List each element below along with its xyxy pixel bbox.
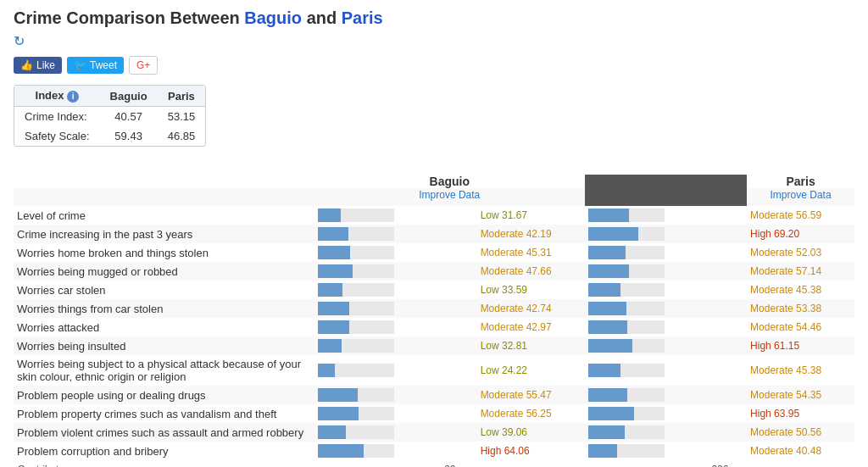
paris-val-cell: Moderate 40.48 — [747, 442, 854, 460]
paris-bar-cell — [585, 243, 748, 262]
paris-bar-wrap — [588, 444, 665, 458]
paris-bar-cell — [585, 225, 748, 243]
paris-val-cell: High 61.15 — [747, 336, 854, 355]
paris-level-val: Moderate 45.38 — [750, 284, 821, 296]
facebook-like-button[interactable]: 👍 Like — [14, 57, 62, 74]
empty-subheader — [14, 188, 314, 206]
baguio-val-cell: Low 32.81 — [477, 336, 585, 355]
row-label: Problem people using or dealing drugs — [14, 386, 314, 404]
baguio-val-cell: Moderate 42.74 — [477, 299, 585, 318]
info-icon[interactable]: i — [67, 91, 79, 103]
baguio-val-cell: Low 39.06 — [477, 423, 585, 442]
paris-bar-cell — [585, 386, 748, 404]
paris-level-val: Moderate 56.59 — [750, 209, 821, 221]
row-label: Worries attacked — [14, 318, 314, 336]
index-label: Safety Scale: — [14, 126, 100, 146]
row-label: Worries being insulted — [14, 336, 314, 355]
paris-bar-cell — [585, 299, 748, 318]
like-label: Like — [36, 59, 55, 71]
paris-level-val: Moderate 54.35 — [750, 389, 821, 401]
paris-bar-wrap — [588, 246, 665, 259]
paris-bar-cell — [585, 355, 748, 386]
paris-bar-fill — [588, 364, 620, 377]
fb-thumb-icon: 👍 — [20, 59, 33, 71]
empty-header — [14, 175, 314, 188]
paris-level-val: Moderate 45.38 — [750, 364, 821, 376]
baguio-bar-fill — [318, 227, 348, 241]
baguio-val-cell: Moderate 55.47 — [477, 386, 585, 404]
twitter-icon: 🐦 — [74, 59, 86, 71]
paris-bar-fill — [588, 302, 626, 315]
baguio-bar-wrap — [318, 388, 394, 402]
baguio-level-val: Moderate 42.19 — [481, 228, 552, 240]
paris-bar-fill — [588, 339, 632, 353]
baguio-bar-wrap — [318, 302, 394, 315]
col-baguio: Baguio — [100, 86, 158, 107]
baguio-bar-fill — [318, 283, 342, 297]
baguio-val-cell: Moderate 47.66 — [477, 262, 585, 281]
paris-level-val: Moderate 52.03 — [750, 247, 821, 259]
baguio-bar-fill — [318, 208, 341, 222]
baguio-value: 40.57 — [100, 107, 158, 127]
paris-bar-cell — [585, 206, 748, 225]
city1-label: Baguio — [244, 8, 302, 27]
baguio-bar-fill — [318, 364, 335, 377]
refresh-button[interactable]: ↻ — [14, 33, 25, 49]
paris-val-cell: Moderate 45.38 — [747, 355, 854, 386]
paris-bar-fill — [588, 283, 620, 297]
baguio-improve-link: Improve Data — [314, 188, 584, 206]
baguio-level-val: Low 24.22 — [481, 364, 527, 376]
baguio-bar-cell — [314, 442, 477, 460]
paris-val-cell: Moderate 57.14 — [747, 262, 854, 281]
row-label: Worries car stolen — [14, 281, 314, 299]
row-label: Worries things from car stolen — [14, 299, 314, 318]
row-label: Problem violent crimes such as assault a… — [14, 423, 314, 442]
paris-bar-wrap — [588, 227, 665, 241]
baguio-bar-fill — [318, 407, 359, 420]
paris-level-val: Moderate 57.14 — [750, 265, 821, 277]
baguio-bar-fill — [318, 339, 342, 353]
paris-bar-cell — [585, 336, 748, 355]
row-label: Level of crime — [14, 206, 314, 225]
baguio-bar-cell — [314, 299, 477, 318]
paris-val-cell: Moderate 54.46 — [747, 318, 854, 336]
baguio-bar-fill — [318, 320, 349, 334]
baguio-bar-wrap — [318, 227, 394, 241]
paris-level-val: Moderate 40.48 — [750, 445, 821, 457]
paris-val-cell: Moderate 45.38 — [747, 281, 854, 299]
baguio-bar-cell — [314, 243, 477, 262]
twitter-tweet-button[interactable]: 🐦 Tweet — [67, 57, 124, 74]
paris-val-cell: Moderate 50.56 — [747, 423, 854, 442]
paris-bar-fill — [588, 320, 627, 334]
baguio-val-cell: Moderate 42.19 — [477, 225, 585, 243]
paris-val-cell: High 63.95 — [747, 404, 854, 423]
baguio-level-val: Low 31.67 — [481, 209, 527, 221]
col-index: Index i — [14, 86, 100, 107]
baguio-header: Baguio — [314, 175, 584, 188]
paris-val-cell: Moderate 52.03 — [747, 243, 854, 262]
paris-bar-cell — [585, 442, 748, 460]
paris-bar-cell — [585, 423, 748, 442]
paris-bar-fill — [588, 444, 617, 458]
baguio-contributors: 32 — [314, 460, 584, 467]
page-title: Crime Comparison Between Baguio and Pari… — [14, 8, 854, 28]
paris-bar-wrap — [588, 264, 665, 278]
baguio-level-val: Moderate 42.97 — [481, 321, 552, 333]
baguio-bar-wrap — [318, 339, 394, 353]
paris-improve-data[interactable]: Improve Data — [771, 189, 832, 201]
baguio-level-val: Low 39.06 — [481, 426, 527, 438]
baguio-bar-fill — [318, 302, 349, 315]
gplus-button[interactable]: G+ — [129, 56, 158, 75]
baguio-bar-cell — [314, 206, 477, 225]
paris-level-val: High 69.20 — [750, 228, 799, 240]
paris-bar-fill — [588, 407, 634, 420]
baguio-bar-cell — [314, 262, 477, 281]
paris-bar-wrap — [588, 407, 665, 420]
baguio-improve-data[interactable]: Improve Data — [419, 189, 480, 201]
baguio-bar-wrap — [318, 407, 394, 420]
baguio-bar-wrap — [318, 364, 394, 377]
paris-level-val: Moderate 53.38 — [750, 303, 821, 314]
paris-value: 53.15 — [158, 107, 206, 127]
baguio-bar-fill — [318, 388, 358, 402]
baguio-val-cell: Low 33.59 — [477, 281, 585, 299]
